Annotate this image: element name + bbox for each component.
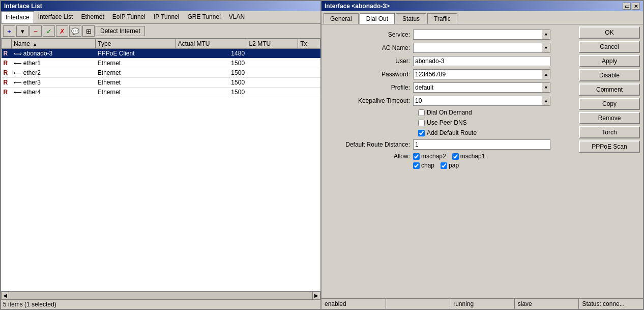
table-row[interactable]: R ⟵ ether3 Ethernet 1500 bbox=[2, 78, 320, 88]
ac-name-label: AC Name: bbox=[327, 44, 413, 51]
pap-checkbox[interactable] bbox=[441, 162, 447, 169]
row-name: ⟵ ether3 bbox=[12, 78, 96, 88]
dial-on-demand-checkbox[interactable] bbox=[418, 109, 425, 116]
table-row[interactable]: R ⟵ ether4 Ethernet 1500 bbox=[2, 88, 320, 97]
row-l2-mtu bbox=[247, 78, 298, 88]
row-type: Ethernet bbox=[96, 59, 175, 68]
service-input-group: ▼ bbox=[413, 30, 550, 40]
tab-traffic[interactable]: Traffic bbox=[427, 13, 457, 24]
col-actual-mtu[interactable]: Actual MTU bbox=[175, 39, 247, 49]
comment-toolbar-button[interactable]: 💬 bbox=[69, 25, 81, 37]
profile-input[interactable] bbox=[413, 82, 542, 93]
dial-on-demand-label: Dial On Demand bbox=[427, 109, 472, 116]
pppoe-scan-button[interactable]: PPPoE Scan bbox=[579, 140, 640, 153]
col-l2-mtu[interactable]: L2 MTU bbox=[247, 39, 298, 49]
disable-button[interactable]: Disable bbox=[579, 69, 640, 81]
allow-options-row1: mschap2 mschap1 bbox=[413, 153, 485, 160]
restore-button[interactable]: ▭ bbox=[623, 3, 631, 10]
col-type[interactable]: Type bbox=[96, 39, 175, 49]
row-type: Ethernet bbox=[96, 78, 175, 88]
allow-mschap1: mschap1 bbox=[452, 153, 485, 160]
keepalive-row: Keepalive Timeout: ▲ bbox=[327, 96, 572, 106]
allow-chap: chap bbox=[413, 162, 434, 169]
cancel-button[interactable]: Cancel bbox=[579, 41, 640, 53]
ac-name-input[interactable] bbox=[413, 43, 542, 53]
menu-interface-list[interactable]: Interface List bbox=[34, 11, 77, 23]
default-route-distance-input[interactable] bbox=[413, 139, 550, 150]
menu-ethernet[interactable]: Ethernet bbox=[77, 11, 108, 23]
ok-button[interactable]: OK bbox=[579, 26, 640, 39]
col-status[interactable] bbox=[2, 39, 12, 49]
ac-name-row: AC Name: ▼ bbox=[327, 43, 572, 53]
comment-button[interactable]: Comment bbox=[579, 83, 640, 96]
horizontal-scrollbar[interactable]: ◀ ▶ bbox=[1, 291, 320, 299]
scroll-left-button[interactable]: ◀ bbox=[1, 292, 9, 300]
ac-name-input-group: ▼ bbox=[413, 43, 550, 53]
tab-general[interactable]: General bbox=[324, 13, 359, 24]
profile-dropdown-button[interactable]: ▼ bbox=[542, 82, 550, 93]
col-name[interactable]: Name ▲ bbox=[12, 39, 96, 49]
row-status: R bbox=[2, 88, 12, 97]
enable-button[interactable]: ✓ bbox=[43, 25, 55, 37]
status-running: running bbox=[450, 299, 515, 309]
allow-row1: Allow: mschap2 mschap1 bbox=[327, 153, 572, 160]
torch-button[interactable]: Torch bbox=[579, 126, 640, 138]
service-input[interactable] bbox=[413, 30, 542, 40]
user-input[interactable] bbox=[413, 56, 550, 66]
menu-eoip-tunnel[interactable]: EoIP Tunnel bbox=[108, 11, 150, 23]
mschap2-checkbox[interactable] bbox=[413, 153, 420, 160]
keepalive-label: Keepalive Timeout: bbox=[327, 97, 413, 104]
scroll-right-button[interactable]: ▶ bbox=[312, 292, 320, 300]
password-label: Password: bbox=[327, 71, 413, 78]
mschap1-checkbox[interactable] bbox=[452, 153, 459, 160]
row-name: ⟺ abonado-3 bbox=[12, 49, 96, 59]
table-row[interactable]: R ⟵ ether2 Ethernet 1500 bbox=[2, 68, 320, 78]
add-dropdown-button[interactable]: ▾ bbox=[16, 25, 28, 37]
row-l2-mtu bbox=[247, 68, 298, 78]
chap-checkbox[interactable] bbox=[413, 162, 420, 169]
tab-dial-out[interactable]: Dial Out bbox=[360, 13, 395, 24]
menu-interface[interactable]: Interface bbox=[1, 11, 34, 23]
remove-toolbar-button[interactable]: − bbox=[30, 25, 42, 37]
close-button[interactable]: ✕ bbox=[632, 3, 640, 10]
password-show-button[interactable]: ▲ bbox=[542, 69, 550, 79]
row-status: R bbox=[2, 49, 12, 59]
tab-status[interactable]: Status bbox=[396, 13, 426, 24]
use-peer-dns-row: Use Peer DNS bbox=[418, 119, 572, 126]
disable-button[interactable]: ✗ bbox=[56, 25, 68, 37]
menu-ip-tunnel[interactable]: IP Tunnel bbox=[150, 11, 183, 23]
copy-button[interactable]: Copy bbox=[579, 98, 640, 110]
use-peer-dns-checkbox[interactable] bbox=[418, 120, 425, 126]
col-tx[interactable]: Tx bbox=[298, 39, 320, 49]
row-tx bbox=[298, 78, 320, 88]
row-actual-mtu: 1500 bbox=[175, 78, 247, 88]
apply-button[interactable]: Apply bbox=[579, 55, 640, 67]
bottom-status-bar: enabled running slave Status: conne... bbox=[321, 298, 643, 309]
add-default-route-checkbox[interactable] bbox=[418, 130, 425, 136]
left-panel-title: Interface List bbox=[1, 1, 320, 11]
use-peer-dns-label: Use Peer DNS bbox=[427, 119, 467, 126]
filter-button[interactable]: ⊞ bbox=[82, 25, 95, 37]
ac-name-dropdown-button[interactable]: ▼ bbox=[542, 43, 550, 53]
service-dropdown-button[interactable]: ▼ bbox=[542, 30, 550, 40]
table-row[interactable]: R ⟵ ether1 Ethernet 1500 bbox=[2, 59, 320, 68]
keepalive-up-button[interactable]: ▲ bbox=[542, 96, 550, 106]
remove-button[interactable]: Remove bbox=[579, 112, 640, 124]
side-buttons: OK Cancel Apply Disable Comment Copy Rem… bbox=[577, 24, 643, 298]
table-row[interactable]: R ⟺ abonado-3 PPPoE Client 1480 bbox=[2, 49, 320, 59]
interface-table-container: Name ▲ Type Actual MTU L2 MTU Tx R ⟺ abo… bbox=[1, 39, 320, 291]
status-connection: Status: conne... bbox=[579, 299, 643, 309]
allow-options-row2: chap pap bbox=[413, 162, 459, 169]
menu-gre-tunnel[interactable]: GRE Tunnel bbox=[183, 11, 224, 23]
profile-row: Profile: ▼ bbox=[327, 82, 572, 93]
mschap1-label: mschap1 bbox=[460, 153, 485, 160]
detect-internet-button[interactable]: Detect Internet bbox=[96, 26, 145, 36]
scroll-track[interactable] bbox=[9, 292, 312, 300]
menu-vlan[interactable]: VLAN bbox=[225, 11, 249, 23]
dial-on-demand-row: Dial On Demand bbox=[418, 109, 572, 116]
add-button[interactable]: + bbox=[3, 25, 15, 37]
password-input[interactable] bbox=[413, 69, 542, 79]
allow-mschap2: mschap2 bbox=[413, 153, 446, 160]
row-tx bbox=[298, 49, 320, 59]
keepalive-input[interactable] bbox=[413, 96, 542, 106]
